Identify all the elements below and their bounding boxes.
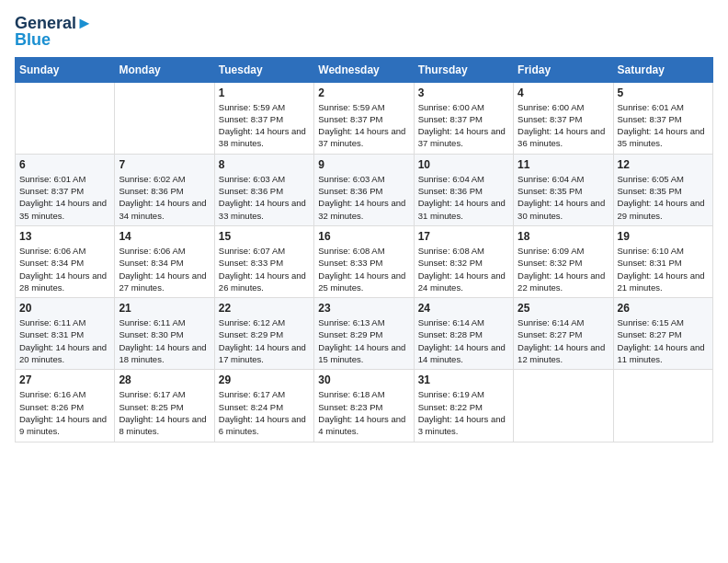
day-number: 29: [219, 373, 310, 386]
day-number: 15: [219, 230, 310, 243]
day-number: 12: [618, 158, 709, 171]
day-number: 14: [119, 230, 210, 243]
calendar-cell: 15Sunrise: 6:07 AM Sunset: 8:33 PM Dayli…: [214, 225, 313, 297]
day-number: 28: [119, 373, 210, 386]
calendar-cell: 3Sunrise: 6:00 AM Sunset: 8:37 PM Daylig…: [414, 82, 513, 154]
calendar-cell: 14Sunrise: 6:06 AM Sunset: 8:34 PM Dayli…: [115, 225, 214, 297]
cell-content: Sunrise: 6:09 AM Sunset: 8:32 PM Dayligh…: [518, 245, 609, 293]
calendar-cell: 26Sunrise: 6:15 AM Sunset: 8:27 PM Dayli…: [613, 298, 712, 370]
calendar-table: SundayMondayTuesdayWednesdayThursdayFrid…: [15, 57, 713, 442]
day-number: 27: [19, 373, 110, 386]
cell-content: Sunrise: 6:12 AM Sunset: 8:29 PM Dayligh…: [219, 316, 310, 365]
cell-content: Sunrise: 6:11 AM Sunset: 8:31 PM Dayligh…: [19, 316, 110, 365]
week-row-2: 6Sunrise: 6:01 AM Sunset: 8:37 PM Daylig…: [16, 154, 713, 225]
calendar-cell: 31Sunrise: 6:19 AM Sunset: 8:22 PM Dayli…: [414, 370, 513, 442]
cell-content: Sunrise: 6:01 AM Sunset: 8:37 PM Dayligh…: [19, 173, 110, 222]
calendar-cell: 7Sunrise: 6:02 AM Sunset: 8:36 PM Daylig…: [115, 154, 214, 225]
day-number: 26: [618, 302, 709, 315]
cell-content: Sunrise: 6:19 AM Sunset: 8:22 PM Dayligh…: [418, 388, 509, 437]
cell-content: Sunrise: 5:59 AM Sunset: 8:37 PM Dayligh…: [318, 101, 409, 150]
calendar-cell: 18Sunrise: 6:09 AM Sunset: 8:32 PM Dayli…: [514, 225, 613, 297]
day-number: 13: [19, 230, 110, 243]
calendar-cell: 30Sunrise: 6:18 AM Sunset: 8:23 PM Dayli…: [314, 370, 414, 442]
calendar-cell: 28Sunrise: 6:17 AM Sunset: 8:25 PM Dayli…: [115, 370, 214, 442]
calendar-cell: 22Sunrise: 6:12 AM Sunset: 8:29 PM Dayli…: [214, 298, 313, 370]
day-number: 7: [119, 158, 210, 171]
weekday-header-tuesday: Tuesday: [214, 57, 313, 82]
day-number: 18: [518, 230, 609, 243]
cell-content: Sunrise: 6:17 AM Sunset: 8:24 PM Dayligh…: [219, 388, 310, 437]
cell-content: Sunrise: 6:13 AM Sunset: 8:29 PM Dayligh…: [318, 316, 409, 365]
calendar-cell: 10Sunrise: 6:04 AM Sunset: 8:36 PM Dayli…: [414, 154, 513, 225]
day-number: 10: [418, 158, 509, 171]
cell-content: Sunrise: 6:03 AM Sunset: 8:36 PM Dayligh…: [318, 173, 409, 222]
day-number: 4: [518, 86, 609, 99]
cell-content: Sunrise: 6:05 AM Sunset: 8:35 PM Dayligh…: [618, 173, 709, 222]
cell-content: Sunrise: 6:10 AM Sunset: 8:31 PM Dayligh…: [618, 245, 709, 293]
cell-content: Sunrise: 6:06 AM Sunset: 8:34 PM Dayligh…: [119, 245, 210, 293]
day-number: 20: [19, 302, 110, 315]
logo-blue: Blue: [15, 31, 93, 50]
day-number: 2: [318, 86, 409, 99]
day-number: 30: [318, 373, 409, 386]
calendar-cell: [115, 82, 214, 154]
day-number: 19: [618, 230, 709, 243]
calendar-cell: 20Sunrise: 6:11 AM Sunset: 8:31 PM Dayli…: [16, 298, 115, 370]
day-number: 16: [318, 230, 409, 243]
day-number: 22: [219, 302, 310, 315]
calendar-cell: 17Sunrise: 6:08 AM Sunset: 8:32 PM Dayli…: [414, 225, 513, 297]
weekday-header-row: SundayMondayTuesdayWednesdayThursdayFrid…: [16, 57, 713, 82]
cell-content: Sunrise: 6:03 AM Sunset: 8:36 PM Dayligh…: [219, 173, 310, 222]
calendar-cell: 23Sunrise: 6:13 AM Sunset: 8:29 PM Dayli…: [314, 298, 414, 370]
week-row-4: 20Sunrise: 6:11 AM Sunset: 8:31 PM Dayli…: [16, 298, 713, 370]
day-number: 25: [518, 302, 609, 315]
day-number: 31: [418, 373, 509, 386]
calendar-cell: 5Sunrise: 6:01 AM Sunset: 8:37 PM Daylig…: [613, 82, 712, 154]
calendar-cell: 11Sunrise: 6:04 AM Sunset: 8:35 PM Dayli…: [514, 154, 613, 225]
calendar-cell: 29Sunrise: 6:17 AM Sunset: 8:24 PM Dayli…: [214, 370, 313, 442]
cell-content: Sunrise: 6:00 AM Sunset: 8:37 PM Dayligh…: [518, 101, 609, 150]
cell-content: Sunrise: 6:18 AM Sunset: 8:23 PM Dayligh…: [318, 388, 409, 437]
weekday-header-sunday: Sunday: [16, 57, 115, 82]
calendar-cell: 27Sunrise: 6:16 AM Sunset: 8:26 PM Dayli…: [16, 370, 115, 442]
cell-content: Sunrise: 6:11 AM Sunset: 8:30 PM Dayligh…: [119, 316, 210, 365]
day-number: 1: [219, 86, 310, 99]
week-row-5: 27Sunrise: 6:16 AM Sunset: 8:26 PM Dayli…: [16, 370, 713, 442]
cell-content: Sunrise: 6:15 AM Sunset: 8:27 PM Dayligh…: [618, 316, 709, 365]
week-row-1: 1Sunrise: 5:59 AM Sunset: 8:37 PM Daylig…: [16, 82, 713, 154]
calendar-cell: 4Sunrise: 6:00 AM Sunset: 8:37 PM Daylig…: [514, 82, 613, 154]
day-number: 21: [119, 302, 210, 315]
calendar-cell: 6Sunrise: 6:01 AM Sunset: 8:37 PM Daylig…: [16, 154, 115, 225]
cell-content: Sunrise: 6:07 AM Sunset: 8:33 PM Dayligh…: [219, 245, 310, 293]
week-row-3: 13Sunrise: 6:06 AM Sunset: 8:34 PM Dayli…: [16, 225, 713, 297]
cell-content: Sunrise: 6:06 AM Sunset: 8:34 PM Dayligh…: [19, 245, 110, 293]
cell-content: Sunrise: 6:14 AM Sunset: 8:27 PM Dayligh…: [518, 316, 609, 365]
day-number: 3: [418, 86, 509, 99]
weekday-header-friday: Friday: [514, 57, 613, 82]
calendar-cell: 9Sunrise: 6:03 AM Sunset: 8:36 PM Daylig…: [314, 154, 414, 225]
logo: General► Blue: [15, 15, 93, 50]
day-number: 11: [518, 158, 609, 171]
cell-content: Sunrise: 6:01 AM Sunset: 8:37 PM Dayligh…: [618, 101, 709, 150]
calendar-cell: 19Sunrise: 6:10 AM Sunset: 8:31 PM Dayli…: [613, 225, 712, 297]
calendar-cell: [514, 370, 613, 442]
cell-content: Sunrise: 6:04 AM Sunset: 8:35 PM Dayligh…: [518, 173, 609, 222]
cell-content: Sunrise: 6:02 AM Sunset: 8:36 PM Dayligh…: [119, 173, 210, 222]
calendar-cell: 25Sunrise: 6:14 AM Sunset: 8:27 PM Dayli…: [514, 298, 613, 370]
calendar-cell: 2Sunrise: 5:59 AM Sunset: 8:37 PM Daylig…: [314, 82, 414, 154]
weekday-header-monday: Monday: [115, 57, 214, 82]
day-number: 9: [318, 158, 409, 171]
weekday-header-saturday: Saturday: [613, 57, 712, 82]
calendar-cell: 8Sunrise: 6:03 AM Sunset: 8:36 PM Daylig…: [214, 154, 313, 225]
day-number: 5: [618, 86, 709, 99]
calendar-cell: 24Sunrise: 6:14 AM Sunset: 8:28 PM Dayli…: [414, 298, 513, 370]
cell-content: Sunrise: 5:59 AM Sunset: 8:37 PM Dayligh…: [219, 101, 310, 150]
calendar-cell: 16Sunrise: 6:08 AM Sunset: 8:33 PM Dayli…: [314, 225, 414, 297]
cell-content: Sunrise: 6:00 AM Sunset: 8:37 PM Dayligh…: [418, 101, 509, 150]
cell-content: Sunrise: 6:08 AM Sunset: 8:33 PM Dayligh…: [318, 245, 409, 293]
day-number: 8: [219, 158, 310, 171]
day-number: 24: [418, 302, 509, 315]
weekday-header-thursday: Thursday: [414, 57, 513, 82]
day-number: 17: [418, 230, 509, 243]
calendar-cell: 21Sunrise: 6:11 AM Sunset: 8:30 PM Dayli…: [115, 298, 214, 370]
